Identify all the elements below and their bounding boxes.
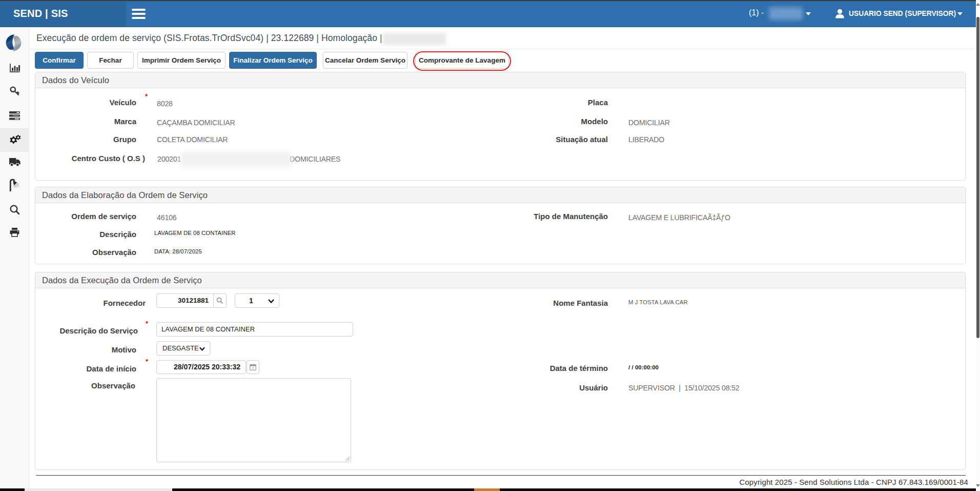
svg-text:7: 7	[252, 367, 254, 370]
